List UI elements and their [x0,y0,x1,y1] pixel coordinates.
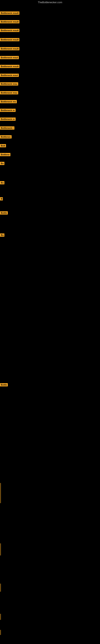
badge-label-13: Bottleneck re [0,118,16,121]
badge-label-2: Bottleneck result [0,20,19,23]
vertical-line-3 [0,584,1,592]
badge-label-5: Bottleneck result [0,47,19,50]
bottleneck-badge-23: Bottle [0,383,8,387]
bottleneck-badge-14: Bottleneck r [0,126,14,130]
badge-label-10: Bottleneck resu [0,91,18,94]
badge-label-4: Bottleneck result [0,38,19,41]
badge-label-8: Bottleneck resul [0,74,19,77]
badge-label-17: Bottlene [0,153,10,156]
bottleneck-badge-18: Bo [0,162,4,166]
bottleneck-badge-16: Bott [0,144,6,148]
bottleneck-badge-11: Bottleneck res [0,100,17,104]
vertical-line-4 [0,614,1,620]
bottleneck-badge-22: Bo [0,234,4,238]
badge-label-21: Bottle [0,211,8,214]
badge-label-15: Bottlenec [0,135,12,138]
badge-label-9: Bottleneck resu [0,82,18,86]
bottleneck-badge-3: Bottleneck result [0,29,19,33]
bottleneck-badge-12: Bottleneck re [0,109,16,113]
badge-label-18: Bo [0,162,4,165]
bottleneck-badge-13: Bottleneck re [0,118,16,122]
badge-label-12: Bottleneck re [0,109,16,112]
bottleneck-badge-21: Bottle [0,211,8,215]
badge-label-14: Bottleneck r [0,126,14,130]
badge-label-11: Bottleneck res [0,100,17,103]
bottleneck-badge-17: Bottlene [0,153,10,157]
vertical-line-1 [0,483,1,503]
badge-label-20: B [0,197,3,200]
badge-label-6: Bottleneck resul [0,56,19,59]
badge-label-1: Bottleneck result [0,12,19,15]
bottleneck-badge-10: Bottleneck resu [0,91,18,95]
badge-label-16: Bott [0,144,6,147]
bottleneck-badge-7: Bottleneck result [0,65,19,69]
badge-label-7: Bottleneck result [0,65,19,68]
badge-label-19: Bo [0,181,4,184]
bottleneck-badge-15: Bottlenec [0,135,12,139]
badge-label-23: Bottle [0,383,8,386]
bottleneck-badge-6: Bottleneck resul [0,56,19,60]
bottleneck-badge-8: Bottleneck resul [0,74,19,78]
bottleneck-badge-9: Bottleneck resu [0,82,18,86]
bottleneck-badge-5: Bottleneck result [0,47,19,51]
badge-label-3: Bottleneck result [0,29,19,32]
vertical-line-2 [0,544,1,556]
bottleneck-badge-1: Bottleneck result [0,12,19,16]
vertical-line-5 [0,630,1,635]
bottleneck-badge-4: Bottleneck result [0,38,19,42]
site-title: TheBottlenecker.com [0,0,100,5]
bottleneck-badge-20: B [0,197,3,201]
badge-label-22: Bo [0,234,4,237]
bottleneck-badge-2: Bottleneck result [0,20,19,24]
bottleneck-badge-19: Bo [0,181,4,185]
